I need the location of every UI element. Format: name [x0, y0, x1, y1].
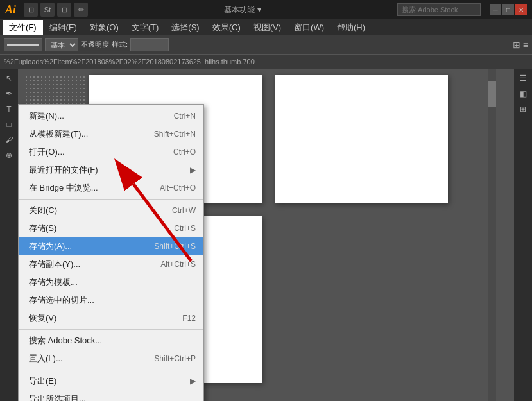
close-button[interactable]: ✕ — [515, 4, 527, 15]
title-bar-right: ─ □ ✕ — [397, 3, 527, 16]
toolbar: 基本 不透明度 样式: ⊞ ≡ — [0, 35, 532, 55]
menu-new-from-template[interactable]: 从模板新建(T)... Shift+Ctrl+N — [19, 125, 203, 143]
right-panel-btn2[interactable]: ◧ — [516, 87, 530, 101]
menu-save-as[interactable]: 存储为(A)... Shift+Ctrl+S — [19, 237, 203, 255]
separator-3 — [19, 370, 203, 370]
menu-file[interactable]: 文件(F) — [3, 20, 43, 35]
menu-search-adobe-stock[interactable]: 搜索 Adobe Stock... — [19, 332, 203, 350]
menu-open[interactable]: 打开(O)... Ctrl+O — [19, 143, 203, 161]
right-panel-btn3[interactable]: ⊞ — [516, 102, 530, 116]
menu-recent[interactable]: 最近打开的文件(F) ▶ — [19, 161, 203, 179]
right-panel: ☰ ◧ ⊞ — [514, 69, 532, 401]
menu-bar: 文件(F) 编辑(E) 对象(O) 文字(T) 选择(S) 效果(C) 视图(V… — [0, 19, 532, 35]
zoom-tool[interactable]: ⊕ — [2, 148, 16, 162]
menu-close[interactable]: 关闭(C) Ctrl+W — [19, 201, 203, 219]
paint-tool[interactable]: 🖌 — [2, 133, 16, 147]
window-controls: ─ □ ✕ — [490, 4, 527, 15]
style-select[interactable]: 基本 — [45, 38, 78, 51]
menu-effect[interactable]: 效果(C) — [206, 20, 247, 35]
url-text: %2Fuploads%2Fitem%2F201808%2F02%2F201808… — [4, 58, 528, 65]
maximize-button[interactable]: □ — [502, 4, 514, 15]
right-panel-btn1[interactable]: ☰ — [516, 71, 530, 85]
app-logo: Ai — [5, 3, 16, 17]
url-bar: %2Fuploads%2Fitem%2F201808%2F02%2F201808… — [0, 55, 532, 69]
menu-window[interactable]: 窗口(W) — [287, 20, 330, 35]
bridge-icon[interactable]: St — [40, 3, 55, 17]
align-icon[interactable]: ≡ — [523, 40, 528, 50]
file-dropdown-menu: 新建(N)... Ctrl+N 从模板新建(T)... Shift+Ctrl+N… — [18, 104, 204, 401]
opacity-label: 不透明度 — [81, 40, 109, 49]
menu-help[interactable]: 帮助(H) — [330, 20, 372, 35]
menu-browse-bridge[interactable]: 在 Bridge 中浏览... Alt+Ctrl+O — [19, 179, 203, 197]
title-bar: Ai ⊞ St ⊟ ✏ 基本功能 ▾ ─ □ ✕ — [0, 0, 532, 19]
stroke-selector[interactable] — [4, 38, 42, 51]
pen-tool[interactable]: ✒ — [2, 87, 16, 101]
minimize-button[interactable]: ─ — [490, 4, 501, 15]
menu-object[interactable]: 对象(O) — [83, 20, 125, 35]
adobe-stock-search[interactable] — [397, 3, 481, 16]
main-area: ↖ ✒ T □ 🖌 ⊕ 新建(N)... Ctrl+N 从模板新建(T)... … — [0, 69, 532, 401]
menu-revert[interactable]: 恢复(V) F12 — [19, 309, 203, 327]
style-label: 样式: — [112, 40, 128, 49]
menu-save[interactable]: 存储(S) Ctrl+S — [19, 219, 203, 237]
menu-edit[interactable]: 编辑(E) — [43, 20, 83, 35]
separator-1 — [19, 199, 203, 200]
menu-text[interactable]: 文字(T) — [125, 20, 166, 35]
menu-save-slices[interactable]: 存储选中的切片... — [19, 291, 203, 309]
menu-select[interactable]: 选择(S) — [165, 20, 205, 35]
scrollbar-thumb[interactable] — [488, 81, 496, 107]
left-panel: ↖ ✒ T □ 🖌 ⊕ — [0, 69, 18, 401]
separator-2 — [19, 329, 203, 330]
menu-view[interactable]: 视图(V) — [247, 20, 287, 35]
menu-save-copy[interactable]: 存储副本(Y)... Alt+Ctrl+S — [19, 255, 203, 273]
workspace-selector[interactable]: 基本功能 ▾ — [88, 4, 397, 15]
canvas-area: 新建(N)... Ctrl+N 从模板新建(T)... Shift+Ctrl+N… — [18, 69, 514, 401]
view-icon[interactable]: ⊞ — [24, 3, 38, 17]
menu-export[interactable]: 导出(E) ▶ — [19, 372, 203, 390]
pen-icon[interactable]: ✏ — [74, 3, 88, 17]
opacity-value[interactable] — [130, 38, 169, 51]
canvas-page-3 — [275, 75, 448, 203]
scrollbar-vertical[interactable] — [488, 69, 496, 401]
shape-tool[interactable]: □ — [2, 117, 16, 132]
type-tool[interactable]: T — [2, 102, 16, 116]
menu-place[interactable]: 置入(L)... Shift+Ctrl+P — [19, 350, 203, 368]
arrange-icon[interactable]: ⊞ — [513, 40, 520, 50]
menu-new[interactable]: 新建(N)... Ctrl+N — [19, 107, 203, 125]
grid-icon[interactable]: ⊟ — [57, 3, 71, 17]
select-tool[interactable]: ↖ — [2, 71, 16, 85]
menu-save-template[interactable]: 存储为模板... — [19, 273, 203, 291]
menu-export-selected[interactable]: 导出所选项目... — [19, 390, 203, 401]
title-bar-icons: ⊞ St ⊟ ✏ — [24, 3, 88, 17]
